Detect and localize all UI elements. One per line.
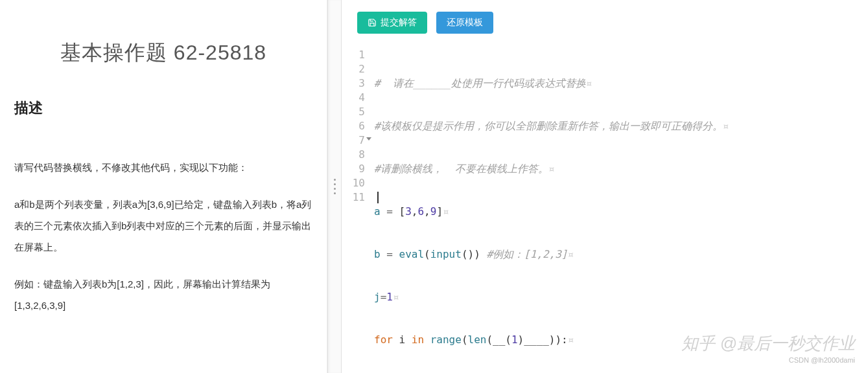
line-number: 2 (342, 62, 365, 76)
editor-panel: 提交解答 还原模板 1 2 3 4 5 6 7 8 9 10 11 # 请在__… (342, 0, 868, 373)
line-number: 10 (342, 176, 365, 190)
line-number: 7 (342, 133, 365, 148)
description-heading: 描述 (14, 98, 312, 118)
line-number: 4 (342, 91, 365, 105)
line-number: 9 (342, 162, 365, 176)
line-number: 1 (342, 48, 365, 62)
reset-label: 还原模板 (447, 17, 483, 28)
reset-button[interactable]: 还原模板 (436, 12, 493, 34)
code-editor[interactable]: 1 2 3 4 5 6 7 8 9 10 11 # 请在______处使用一行代… (342, 47, 868, 373)
paragraph-3: 例如：键盘输入列表b为[1,2,3]，因此，屏幕输出计算结果为[1,3,2,6,… (14, 273, 312, 316)
drag-handle-icon (334, 179, 336, 194)
cursor (377, 192, 379, 203)
page-title: 基本操作题 62-25818 (14, 39, 312, 67)
fold-arrow-icon[interactable] (366, 137, 371, 141)
paragraph-2: a和b是两个列表变量，列表a为[3,6,9]已给定，键盘输入列表b，将a列表的三… (14, 194, 312, 258)
line-number: 6 (342, 119, 365, 133)
code-comment: #请删除横线， 不要在横线上作答。 (374, 163, 548, 175)
line-number: 11 (342, 190, 365, 205)
line-number: 3 (342, 76, 365, 91)
submit-label: 提交解答 (381, 17, 417, 28)
problem-panel: 基本操作题 62-25818 描述 请写代码替换横线，不修改其他代码，实现以下功… (0, 0, 327, 373)
line-number: 5 (342, 105, 365, 119)
code-comment: #该模板仅是提示作用，你可以全部删除重新作答，输出一致即可正确得分。 (374, 120, 723, 132)
paragraph-1: 请写代码替换横线，不修改其他代码，实现以下功能： (14, 157, 312, 178)
toolbar: 提交解答 还原模板 (342, 0, 868, 47)
save-icon (368, 18, 377, 27)
line-number: 8 (342, 148, 365, 162)
splitter-handle[interactable] (327, 0, 342, 373)
line-gutter: 1 2 3 4 5 6 7 8 9 10 11 (342, 48, 374, 373)
submit-button[interactable]: 提交解答 (357, 12, 427, 34)
code-content[interactable]: # 请在______处使用一行代码或表达式替换¤ #该模板仅是提示作用，你可以全… (374, 48, 868, 373)
code-comment: # 请在______处使用一行代码或表达式替换 (374, 77, 586, 89)
